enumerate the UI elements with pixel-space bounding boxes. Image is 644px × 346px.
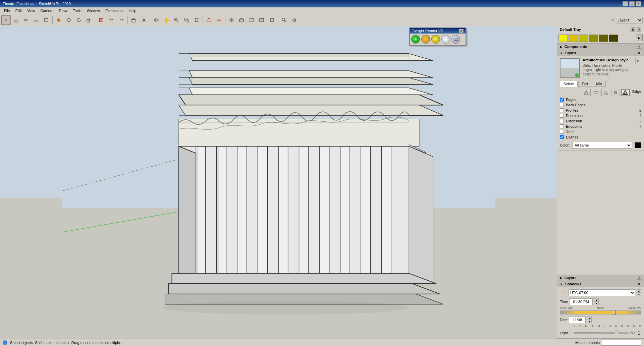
shadows-close-btn[interactable]: ✕ — [637, 282, 641, 286]
back-edges-checkbox[interactable] — [560, 103, 564, 107]
component-button[interactable] — [129, 15, 139, 25]
tab-edit[interactable]: Edit — [578, 81, 592, 87]
front-view-button[interactable] — [257, 15, 266, 25]
style-refresh-button[interactable]: ↺ — [635, 58, 641, 64]
menu-extensions[interactable]: Extensions — [103, 8, 126, 13]
eraser-button[interactable] — [11, 15, 21, 25]
menu-view[interactable]: View — [24, 8, 38, 13]
minimize-button[interactable]: − — [623, 1, 628, 6]
dashes-checkbox[interactable] — [560, 135, 564, 139]
date-up-btn[interactable]: ▲ — [587, 316, 592, 320]
shape-button[interactable] — [42, 15, 51, 25]
viewport[interactable]: Twilight Render V2 ✕ ● ✏ ◆ — [0, 26, 557, 339]
menu-file[interactable]: File — [1, 8, 13, 13]
timezone-dropdown[interactable]: UTC-07:00 — [569, 289, 635, 296]
pencil-button[interactable]: ✏ — [21, 15, 31, 25]
measurements-box[interactable] — [601, 340, 641, 346]
layers-section-header[interactable]: ▶ Layers ✕ — [557, 275, 644, 281]
undo-button[interactable] — [107, 15, 116, 25]
time-slider-track[interactable] — [560, 310, 641, 314]
views-button[interactable] — [227, 15, 236, 25]
tray-options-button[interactable]: ⊞ — [631, 27, 635, 32]
edge-face-icon[interactable] — [582, 89, 591, 96]
light-down-btn[interactable]: ▼ — [637, 333, 641, 336]
styles-section-header[interactable]: ▼ Styles ✕ — [557, 50, 644, 56]
zoom-extents-button[interactable] — [192, 15, 201, 25]
depth-cue-checkbox[interactable] — [560, 114, 564, 118]
color-swatch-small[interactable] — [635, 142, 641, 148]
profiles-checkbox[interactable] — [560, 108, 564, 112]
iso-view-button[interactable] — [237, 15, 246, 25]
edge-edge-icon[interactable] — [621, 89, 630, 96]
swatch-3[interactable] — [579, 35, 588, 42]
timezone-down-btn[interactable]: ▼ — [637, 293, 641, 296]
top-view-button[interactable] — [247, 15, 256, 25]
maximize-button[interactable]: □ — [629, 1, 635, 6]
scale-button[interactable] — [84, 15, 94, 25]
menu-camera[interactable]: Camera — [38, 8, 56, 13]
time-down-btn[interactable]: ▼ — [594, 302, 599, 305]
endpoints-checkbox[interactable] — [560, 124, 564, 128]
swatch-4[interactable] — [589, 35, 598, 42]
swatch-6[interactable] — [609, 35, 618, 42]
jitter-checkbox[interactable] — [560, 130, 564, 134]
settings-button[interactable]: ⚙ — [289, 15, 299, 25]
extension-checkbox[interactable] — [560, 119, 564, 123]
swatch-1[interactable] — [558, 35, 568, 42]
display-section-button[interactable] — [214, 15, 224, 25]
date-down-btn[interactable]: ▼ — [587, 320, 592, 323]
light-slider[interactable] — [574, 332, 629, 334]
search-button[interactable] — [279, 15, 289, 25]
section-plane-button[interactable] — [204, 15, 214, 25]
select-tool-button[interactable]: ↖ — [1, 15, 11, 25]
edge-opacity-icon[interactable] — [611, 89, 620, 96]
twilight-view-button[interactable] — [451, 35, 460, 44]
right-view-button[interactable] — [267, 15, 276, 25]
shadow-sun-button[interactable] — [560, 289, 567, 296]
menu-draw[interactable]: Draw — [56, 8, 70, 13]
edge-face2-icon[interactable] — [592, 89, 600, 96]
time-up-btn[interactable]: ▲ — [594, 298, 599, 302]
zoom-window-button[interactable] — [182, 15, 191, 25]
styles-close-btn[interactable]: ✕ — [637, 51, 641, 55]
layers-close-btn[interactable]: ✕ — [637, 276, 641, 280]
twilight-sun-button[interactable] — [421, 35, 430, 44]
color-dropdown[interactable]: All same By material By axis — [572, 142, 632, 149]
swatches-arrow-btn[interactable]: ▶ — [636, 35, 643, 41]
tab-select[interactable]: Select — [560, 81, 578, 87]
edges-checkbox[interactable] — [560, 98, 564, 102]
menu-edit[interactable]: Edit — [13, 8, 24, 13]
zoom-button[interactable] — [172, 15, 181, 25]
components-section-header[interactable]: ▶ Components ✕ — [557, 44, 644, 50]
menu-help[interactable]: Help — [126, 8, 139, 13]
swatch-2[interactable] — [569, 35, 578, 42]
twilight-edit-button[interactable]: ✏ — [431, 35, 440, 44]
swatch-5[interactable] — [599, 35, 608, 42]
components-close-btn[interactable]: ✕ — [637, 45, 641, 49]
date-input[interactable] — [569, 316, 586, 323]
menu-tools[interactable]: Tools — [70, 8, 84, 13]
time-slider-thumb[interactable] — [613, 310, 615, 315]
edge-texture-icon[interactable] — [601, 89, 610, 96]
menu-window[interactable]: Window — [84, 8, 103, 13]
orbit-button[interactable] — [152, 15, 161, 25]
redo-button[interactable] — [117, 15, 126, 25]
rotate-button[interactable] — [74, 15, 84, 25]
light-up-btn[interactable]: ▲ — [637, 330, 641, 333]
pan-button[interactable]: ✋ — [162, 15, 171, 25]
tray-close-button[interactable]: ✕ — [637, 27, 641, 32]
layer-dropdown[interactable]: Layer0 — [616, 17, 643, 23]
twilight-material-button[interactable]: ◆ — [441, 35, 450, 44]
twilight-render-button[interactable]: ● — [411, 35, 420, 44]
twilight-close-button[interactable]: ✕ — [459, 29, 464, 33]
close-button[interactable]: ✕ — [636, 1, 641, 6]
shadows-section-header[interactable]: ▼ Shadows ✕ — [557, 281, 644, 287]
tab-mix[interactable]: Mix — [593, 81, 606, 87]
timezone-up-btn[interactable]: ▲ — [637, 289, 641, 293]
time-input[interactable] — [569, 298, 593, 305]
push-pull-button[interactable] — [54, 15, 63, 25]
move-button[interactable] — [64, 15, 73, 25]
arc-button[interactable] — [32, 15, 41, 25]
text-button[interactable]: A — [139, 15, 149, 25]
offset-button[interactable] — [97, 15, 106, 25]
